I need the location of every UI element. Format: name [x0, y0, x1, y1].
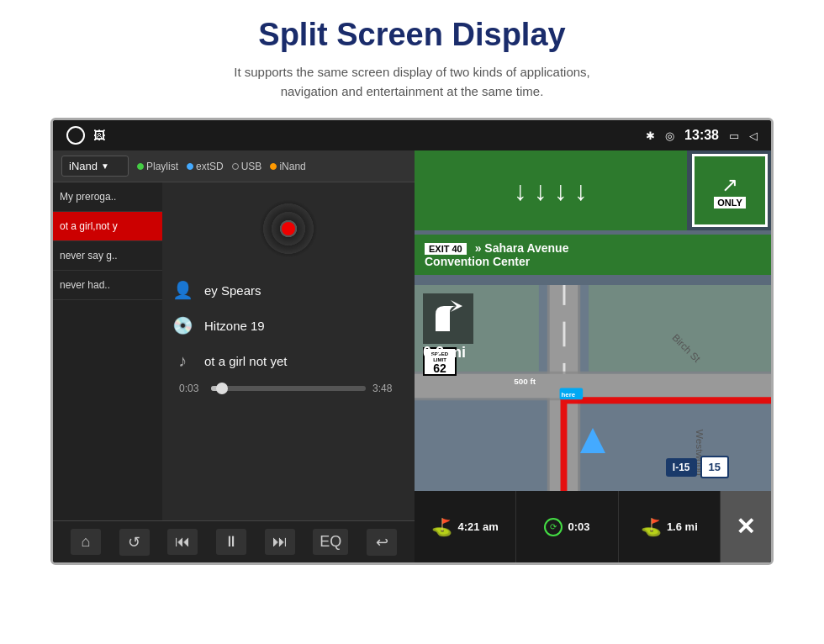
exit-banner: EXIT 40 » Sahara Avenue Convention Cente… [415, 235, 771, 275]
source-options: Playlist extSD USB iNand [137, 161, 306, 172]
highway-sign: I-15 15 [666, 456, 729, 478]
page-subtitle: It supports the same screen display of t… [50, 63, 774, 101]
time-total: 3:48 [372, 383, 398, 394]
dist-to-exit: 0.2 mi [423, 344, 466, 362]
timer-icon: ⟳ [544, 518, 563, 536]
usb-radio [232, 163, 239, 170]
status-right: ✱ ◎ 13:38 ▭ ◁ [646, 128, 758, 143]
progress-section: 0:03 3:48 [171, 376, 406, 401]
repeat-button[interactable]: ↺ [119, 529, 150, 556]
nav-elapsed-item: ⟳ 0:03 [516, 491, 618, 562]
image-icon: 🖼 [93, 129, 105, 142]
exit-arrow-right: ↗ [721, 173, 738, 197]
navigation-panel: ↓ ↓ ↓ ↓ ↗ ONLY EXIT 40 [415, 150, 771, 562]
shield-number: 15 [700, 456, 729, 478]
speed-limit-value: 62 [425, 362, 455, 374]
device-frame: 🖼 ✱ ◎ 13:38 ▭ ◁ iNand ▼ [50, 118, 774, 565]
back-button[interactable]: ↩ [367, 529, 397, 556]
location-icon: ◎ [665, 129, 674, 142]
nav-eta-item: ⛳ 4:21 am [415, 491, 516, 562]
eta-value: 4:21 am [457, 520, 498, 533]
playlist-option[interactable]: Playlist [137, 161, 178, 172]
home-button[interactable]: ⌂ [71, 529, 101, 555]
nav-turn-container: SPEEDLIMIT 62 [423, 293, 473, 376]
song-name: ot a girl not yet [204, 354, 287, 368]
extsd-option[interactable]: extSD [187, 161, 224, 172]
playlist-area: My preroga.. ot a girl,not y never say g… [53, 182, 415, 520]
destination: Convention Center [425, 255, 530, 268]
remaining-value: 1.6 mi [667, 520, 698, 533]
page-title: Split Screen Display [50, 17, 774, 53]
song-icon: ♪ [171, 349, 194, 372]
street-name: Sahara Avenue [484, 241, 568, 255]
svg-rect-7 [415, 374, 771, 399]
vinyl-container [259, 199, 318, 258]
playlist-radio [137, 163, 144, 170]
car-position-icon [580, 428, 605, 453]
arrow-down-2: ↓ [534, 177, 547, 204]
svg-text:500 ft: 500 ft [514, 377, 536, 386]
status-left: 🖼 [66, 126, 105, 145]
track-info: 👤 ey Spears 💿 Hitzone 19 ♪ ot a girl not… [171, 275, 406, 376]
arrow-down-1: ↓ [514, 177, 527, 204]
back-nav-icon: ◁ [749, 129, 758, 142]
usb-label: USB [241, 161, 262, 172]
playlist-sidebar: My preroga.. ot a girl,not y never say g… [53, 182, 162, 520]
svg-text:here: here [562, 391, 576, 399]
inand-label: iNand [279, 161, 305, 172]
extsd-radio [187, 163, 193, 170]
next-button[interactable]: ⏭ [265, 529, 295, 555]
green-sign-left: ↓ ↓ ↓ ↓ [415, 150, 687, 230]
vinyl-center [282, 222, 295, 235]
chevron-down-icon: ▼ [101, 161, 109, 171]
progress-thumb[interactable] [216, 383, 228, 394]
svg-rect-3 [563, 285, 566, 305]
progress-bar[interactable] [211, 386, 366, 391]
inand-option[interactable]: iNand [270, 161, 305, 172]
playlist-label: Playlist [146, 161, 178, 172]
nav-bottom-bar: ⛳ 4:21 am ⟳ 0:03 ⛳ 1.6 mi ✕ [415, 491, 771, 562]
play-pause-button[interactable]: ⏸ [216, 529, 246, 555]
status-time: 13:38 [684, 128, 719, 143]
nav-map: ↓ ↓ ↓ ↓ ↗ ONLY EXIT 40 [415, 150, 771, 562]
usb-option[interactable]: USB [232, 161, 262, 172]
album-name: Hitzone 19 [204, 319, 265, 333]
highway-arrows: ↓ ↓ ↓ ↓ [514, 177, 588, 204]
vinyl-disc [259, 199, 318, 258]
exit-only-sign: ↗ ONLY [692, 154, 768, 227]
exit-number: EXIT 40 [425, 243, 467, 255]
arrow-down-3: ↓ [554, 177, 568, 204]
split-screen: iNand ▼ Playlist extSD [53, 150, 771, 562]
playlist-item-4[interactable]: never had.. [53, 271, 162, 300]
artist-icon: 👤 [171, 278, 194, 302]
svg-rect-9 [589, 285, 771, 372]
arrow-down-4: ↓ [574, 177, 588, 204]
artist-row: 👤 ey Spears [171, 275, 406, 305]
bluetooth-icon: ✱ [646, 129, 655, 142]
svg-rect-4 [563, 322, 566, 347]
nav-turn-icon [423, 293, 473, 344]
player-content: 👤 ey Spears 💿 Hitzone 19 ♪ ot a girl not… [162, 182, 415, 520]
extsd-label: extSD [196, 161, 224, 172]
elapsed-value: 0:03 [568, 520, 589, 533]
nav-close-button[interactable]: ✕ [721, 491, 771, 562]
album-icon: 💿 [171, 314, 194, 337]
time-current: 0:03 [179, 383, 204, 394]
song-row: ♪ ot a girl not yet [171, 346, 406, 376]
playlist-item-1[interactable]: My preroga.. [53, 182, 162, 212]
only-label: ONLY [714, 197, 746, 209]
artist-name: ey Spears [204, 283, 261, 298]
nav-remaining-item: ⛳ 1.6 mi [619, 491, 721, 562]
dist-mi-value: 0.2 mi [423, 344, 466, 361]
home-icon[interactable] [66, 126, 85, 145]
playlist-item-2-active[interactable]: ot a girl,not y [53, 212, 162, 241]
controls-bar: ⌂ ↺ ⏮ ⏸ ⏭ EQ ↩ [53, 520, 415, 562]
album-row: 💿 Hitzone 19 [171, 310, 406, 340]
status-bar: 🖼 ✱ ◎ 13:38 ▭ ◁ [53, 120, 771, 150]
playlist-item-3[interactable]: never say g.. [53, 241, 162, 271]
prev-button[interactable]: ⏮ [167, 529, 198, 555]
source-label-btn[interactable]: iNand ▼ [61, 156, 129, 177]
window-icon: ▭ [729, 129, 739, 142]
highway-label: I-15 [666, 458, 697, 477]
eq-button[interactable]: EQ [313, 529, 348, 555]
